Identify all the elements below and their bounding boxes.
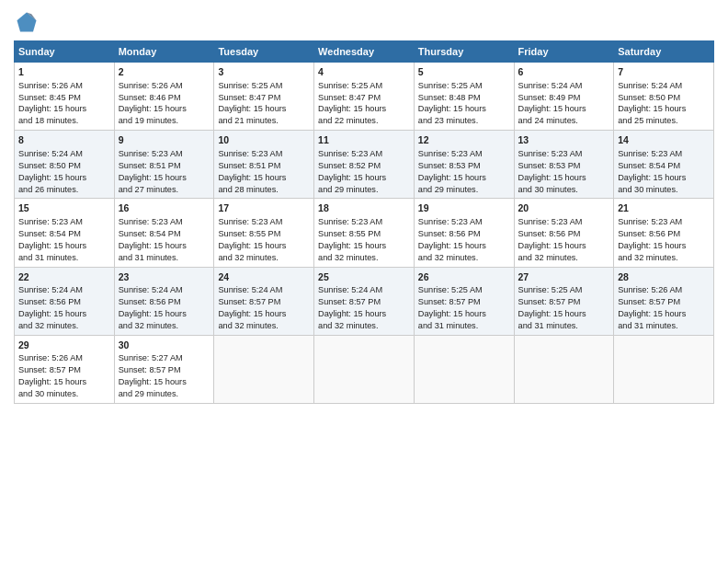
day-info: Daylight: 15 hours — [18, 309, 86, 318]
day-info: Sunset: 8:54 PM — [119, 229, 181, 238]
calendar-cell: 10Sunrise: 5:23 AMSunset: 8:51 PMDayligh… — [214, 131, 314, 199]
day-info: Sunrise: 5:23 AM — [218, 149, 282, 158]
calendar-cell: 16Sunrise: 5:23 AMSunset: 8:54 PMDayligh… — [114, 199, 214, 267]
day-info: Daylight: 15 hours — [418, 104, 486, 113]
col-header-thursday: Thursday — [414, 41, 514, 63]
day-info: and 29 minutes. — [318, 185, 378, 194]
day-info: Sunset: 8:54 PM — [18, 229, 81, 238]
day-info: Sunset: 8:46 PM — [119, 93, 181, 102]
calendar-cell: 6Sunrise: 5:24 AMSunset: 8:49 PMDaylight… — [514, 63, 614, 131]
calendar-header-row: SundayMondayTuesdayWednesdayThursdayFrid… — [15, 41, 714, 63]
day-info: and 32 minutes. — [218, 321, 278, 330]
day-info: Sunset: 8:51 PM — [218, 161, 280, 170]
day-info: Sunrise: 5:25 AM — [518, 285, 583, 294]
col-header-saturday: Saturday — [614, 41, 714, 63]
calendar-cell: 11Sunrise: 5:23 AMSunset: 8:52 PMDayligh… — [314, 131, 415, 199]
day-info: Sunset: 8:56 PM — [618, 229, 680, 238]
day-info: Sunrise: 5:24 AM — [518, 81, 583, 90]
calendar-cell: 28Sunrise: 5:26 AMSunset: 8:57 PMDayligh… — [614, 267, 714, 335]
calendar-cell: 18Sunrise: 5:23 AMSunset: 8:55 PMDayligh… — [314, 199, 415, 267]
day-info: Sunset: 8:47 PM — [218, 93, 280, 102]
week-row-4: 22Sunrise: 5:24 AMSunset: 8:56 PMDayligh… — [15, 267, 714, 335]
calendar-cell — [214, 335, 314, 403]
day-info: and 23 minutes. — [418, 116, 478, 125]
day-info: and 32 minutes. — [518, 253, 578, 262]
day-info: Sunset: 8:57 PM — [618, 297, 680, 306]
day-number: 24 — [218, 270, 310, 284]
calendar-cell — [514, 335, 614, 403]
day-info: Sunrise: 5:24 AM — [18, 285, 83, 294]
day-info: Daylight: 15 hours — [218, 309, 286, 318]
day-info: and 32 minutes. — [618, 253, 677, 262]
day-info: Daylight: 15 hours — [618, 241, 686, 250]
day-info: Sunrise: 5:25 AM — [418, 285, 483, 294]
day-info: Sunset: 8:53 PM — [418, 161, 481, 170]
col-header-sunday: Sunday — [15, 41, 115, 63]
day-info: Daylight: 15 hours — [418, 309, 486, 318]
day-info: Sunrise: 5:25 AM — [318, 81, 382, 90]
day-info: Daylight: 15 hours — [18, 104, 86, 113]
day-info: Sunset: 8:57 PM — [418, 297, 481, 306]
day-info: Sunrise: 5:23 AM — [618, 149, 682, 158]
day-info: and 31 minutes. — [618, 321, 677, 330]
day-info: Daylight: 15 hours — [18, 173, 86, 182]
day-info: and 30 minutes. — [518, 185, 578, 194]
day-number: 29 — [18, 339, 110, 352]
day-info: and 26 minutes. — [18, 185, 78, 194]
day-number: 25 — [318, 270, 410, 284]
week-row-3: 15Sunrise: 5:23 AMSunset: 8:54 PMDayligh… — [15, 199, 714, 267]
week-row-1: 1Sunrise: 5:26 AMSunset: 8:45 PMDaylight… — [15, 63, 714, 131]
calendar-cell: 29Sunrise: 5:26 AMSunset: 8:57 PMDayligh… — [15, 335, 115, 403]
day-number: 26 — [418, 270, 510, 284]
day-info: Daylight: 15 hours — [318, 309, 386, 318]
day-info: Sunset: 8:56 PM — [18, 297, 81, 306]
day-info: Sunrise: 5:23 AM — [18, 217, 83, 226]
day-info: Daylight: 15 hours — [618, 104, 686, 113]
day-info: Daylight: 15 hours — [318, 173, 386, 182]
day-info: and 32 minutes. — [318, 253, 378, 262]
day-info: Sunrise: 5:23 AM — [418, 149, 483, 158]
calendar-cell: 27Sunrise: 5:25 AMSunset: 8:57 PMDayligh… — [514, 267, 614, 335]
day-info: and 22 minutes. — [318, 116, 378, 125]
day-number: 8 — [18, 133, 110, 147]
week-row-2: 8Sunrise: 5:24 AMSunset: 8:50 PMDaylight… — [15, 131, 714, 199]
day-info: Daylight: 15 hours — [218, 104, 286, 113]
day-info: and 31 minutes. — [418, 321, 478, 330]
day-number: 10 — [218, 133, 310, 147]
day-info: Sunrise: 5:26 AM — [119, 81, 183, 90]
day-info: Sunset: 8:57 PM — [318, 297, 381, 306]
day-info: Sunset: 8:57 PM — [218, 297, 280, 306]
day-info: Sunrise: 5:23 AM — [218, 217, 282, 226]
day-info: Daylight: 15 hours — [418, 241, 486, 250]
day-info: and 29 minutes. — [418, 185, 478, 194]
day-number: 15 — [18, 201, 110, 215]
day-info: Sunset: 8:57 PM — [119, 365, 181, 374]
day-info: Sunrise: 5:23 AM — [318, 149, 382, 158]
day-info: Daylight: 15 hours — [119, 377, 187, 386]
svg-marker-1 — [17, 13, 37, 32]
day-number: 5 — [418, 65, 510, 79]
day-info: Daylight: 15 hours — [18, 377, 86, 386]
day-info: and 18 minutes. — [18, 116, 78, 125]
day-info: Sunrise: 5:26 AM — [18, 81, 83, 90]
page: SundayMondayTuesdayWednesdayThursdayFrid… — [0, 0, 728, 563]
calendar-cell — [614, 335, 714, 403]
day-info: and 32 minutes. — [318, 321, 378, 330]
day-info: Sunset: 8:53 PM — [518, 161, 581, 170]
day-info: Sunset: 8:49 PM — [518, 93, 581, 102]
day-info: Daylight: 15 hours — [119, 104, 187, 113]
calendar-cell: 14Sunrise: 5:23 AMSunset: 8:54 PMDayligh… — [614, 131, 714, 199]
calendar-cell — [314, 335, 415, 403]
day-info: Sunrise: 5:26 AM — [618, 285, 682, 294]
day-number: 16 — [119, 201, 210, 215]
day-info: Sunset: 8:54 PM — [618, 161, 680, 170]
calendar-cell: 30Sunrise: 5:27 AMSunset: 8:57 PMDayligh… — [114, 335, 214, 403]
calendar-cell: 8Sunrise: 5:24 AMSunset: 8:50 PMDaylight… — [15, 131, 115, 199]
day-info: Sunset: 8:55 PM — [218, 229, 280, 238]
day-info: Sunrise: 5:23 AM — [518, 217, 583, 226]
calendar-cell: 7Sunrise: 5:24 AMSunset: 8:50 PMDaylight… — [614, 63, 714, 131]
calendar-cell: 9Sunrise: 5:23 AMSunset: 8:51 PMDaylight… — [114, 131, 214, 199]
day-info: and 28 minutes. — [218, 185, 278, 194]
day-info: Sunset: 8:57 PM — [518, 297, 581, 306]
day-number: 13 — [518, 133, 610, 147]
